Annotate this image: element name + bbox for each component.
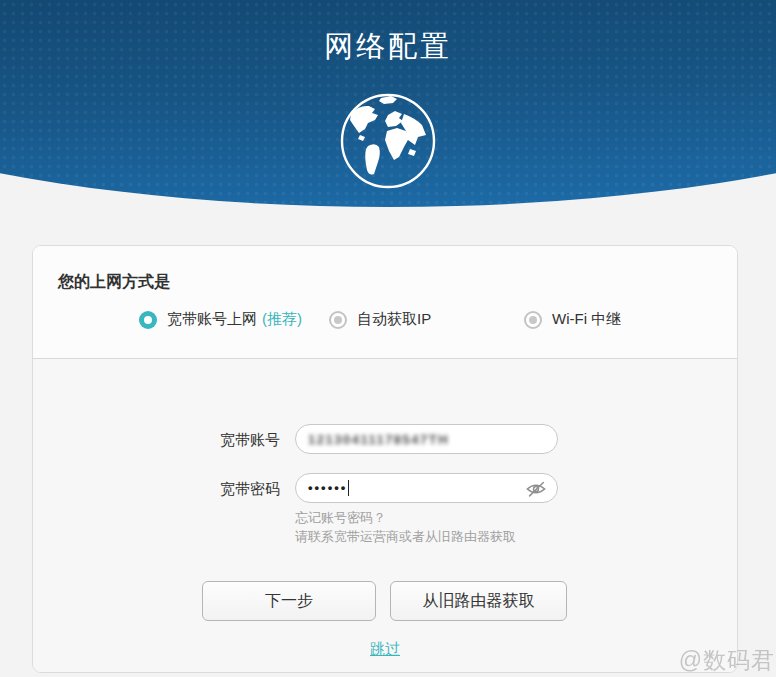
section-title: 您的上网方式是 bbox=[58, 272, 170, 293]
skip-link[interactable]: 跳过 bbox=[33, 640, 737, 659]
connection-type-section: 您的上网方式是 宽带账号上网 (推荐) 自动获取IP Wi-Fi 中继 bbox=[33, 246, 737, 359]
radio-label: 宽带账号上网 bbox=[167, 310, 257, 329]
account-value-redacted: 12130411178547TH bbox=[308, 432, 449, 447]
account-label: 宽带账号 bbox=[220, 431, 282, 450]
radio-selected-icon[interactable] bbox=[139, 311, 157, 329]
password-input[interactable]: •••••• bbox=[295, 473, 558, 503]
contact-isp-text: 请联系宽带运营商或者从旧路由器获取 bbox=[295, 528, 516, 546]
password-masked-value: •••••• bbox=[308, 473, 347, 503]
recommend-tag: (推荐) bbox=[262, 310, 302, 329]
header: 网络配置 bbox=[0, 0, 776, 212]
pppoe-form-section: 宽带账号 12130411178547TH 宽带密码 •••••• 忘记账号密码… bbox=[33, 359, 737, 672]
setup-card: 您的上网方式是 宽带账号上网 (推荐) 自动获取IP Wi-Fi 中继 宽带账号… bbox=[32, 245, 738, 673]
next-button[interactable]: 下一步 bbox=[202, 581, 376, 621]
password-label: 宽带密码 bbox=[220, 480, 282, 499]
eye-off-icon[interactable] bbox=[525, 480, 547, 498]
account-input[interactable]: 12130411178547TH bbox=[295, 424, 558, 454]
get-from-old-router-button[interactable]: 从旧路由器获取 bbox=[390, 581, 567, 621]
radio-option-wifi-relay[interactable]: Wi-Fi 中继 bbox=[524, 310, 621, 329]
radio-unselected-icon[interactable] bbox=[524, 311, 542, 329]
radio-label: Wi-Fi 中继 bbox=[552, 310, 621, 329]
radio-unselected-icon[interactable] bbox=[329, 311, 347, 329]
forgot-password-text: 忘记账号密码？ bbox=[295, 509, 386, 527]
page-title: 网络配置 bbox=[0, 27, 776, 67]
network-setup-page: 网络配置 您的上网方式是 宽带账号 bbox=[0, 0, 776, 677]
text-cursor bbox=[348, 480, 349, 496]
radio-option-auto-ip[interactable]: 自动获取IP bbox=[329, 310, 431, 329]
globe-icon bbox=[338, 91, 438, 191]
radio-label: 自动获取IP bbox=[357, 310, 431, 329]
radio-option-broadband-account[interactable]: 宽带账号上网 (推荐) bbox=[139, 310, 302, 329]
watermark: @数码君 bbox=[679, 645, 775, 676]
